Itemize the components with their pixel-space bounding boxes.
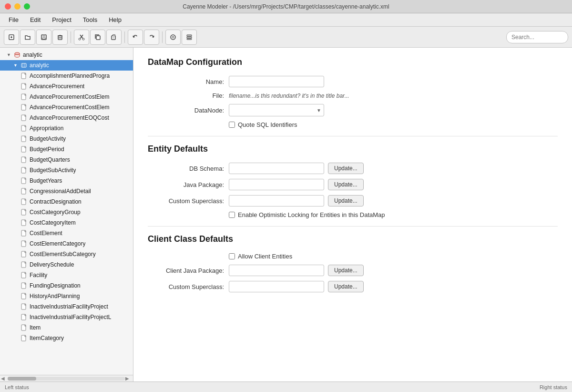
allow-client-checkbox[interactable] (229, 253, 235, 259)
minimize-button[interactable] (14, 3, 20, 10)
tree-node-root-analytic[interactable]: ▼ analytic (0, 50, 133, 60)
custom-superclass-input[interactable] (229, 195, 324, 206)
search-input[interactable] (506, 31, 568, 43)
file-label: File: (148, 92, 229, 99)
delete-button[interactable] (52, 30, 68, 45)
tree-node-entity[interactable]: CostCategoryItem (0, 217, 133, 228)
tree-node-entity[interactable]: AdvanceProcurement (0, 81, 133, 92)
maximize-button[interactable] (24, 3, 30, 10)
client-java-package-row: Client Java Package: Update... (148, 265, 558, 276)
quote-sql-row: Quote SQL Identifiers (229, 121, 558, 128)
tree-node-entity[interactable]: BudgetSubActivity (0, 165, 133, 175)
svg-rect-15 (96, 36, 100, 40)
enable-optimistic-row: Enable Optimistic Locking for Entities i… (229, 211, 558, 218)
entity-file-icon (20, 93, 28, 101)
custom-superclass-update-button[interactable]: Update... (328, 195, 364, 206)
scroll-thumb[interactable] (8, 377, 36, 381)
scroll-track (8, 377, 125, 381)
tree-node-entity[interactable]: BudgetQuarters (0, 155, 133, 165)
entity-file-icon (20, 208, 28, 216)
window-title: Cayenne Modeler - /Users/mrg/Projects/CM… (183, 3, 389, 10)
tree-node-entity[interactable]: CostElementCategory (0, 238, 133, 249)
scroll-left-arrow[interactable]: ◀ (1, 376, 8, 381)
menu-help[interactable]: Help (104, 15, 126, 25)
sync-button[interactable] (165, 30, 181, 45)
entity-label: CostElementCategory (30, 240, 85, 247)
entity-label: ContractDesignation (30, 198, 82, 205)
undo-button[interactable] (128, 30, 143, 45)
close-button[interactable] (5, 3, 11, 10)
client-custom-superclass-update-button[interactable]: Update... (328, 281, 364, 292)
db-schema-update-button[interactable]: Update... (328, 163, 364, 174)
db-icon (13, 51, 21, 59)
enable-optimistic-checkbox[interactable] (229, 212, 235, 218)
svg-rect-27 (21, 63, 26, 67)
status-right: Right status (540, 384, 567, 390)
layout-button[interactable] (182, 30, 197, 45)
tree-node-entity[interactable]: Appropriation (0, 123, 133, 134)
window-controls[interactable] (5, 3, 30, 10)
tree-node-entity[interactable]: CostCategoryGroup (0, 207, 133, 217)
svg-point-21 (172, 36, 174, 38)
tree-node-entity[interactable]: InactiveIndustrialFacilityProject (0, 301, 133, 312)
client-custom-superclass-label: Custom Superclass: (148, 283, 229, 290)
name-label: Name: (148, 78, 229, 85)
open-button[interactable] (20, 30, 35, 45)
scroll-right-arrow[interactable]: ▶ (125, 376, 132, 381)
entity-file-icon (20, 292, 28, 300)
tree-node-entity[interactable]: Item (0, 322, 133, 333)
entity-label: AccomplishmentPlannedProgra (30, 72, 110, 79)
java-package-input[interactable] (229, 179, 324, 190)
tree-label-root: analytic (23, 52, 42, 58)
tree-node-entity[interactable]: AdvanceProcurementCostElem (0, 92, 133, 102)
tree-node-entity[interactable]: FundingDesignation (0, 280, 133, 291)
tree-node-entity[interactable]: AdvanceProcurementCostElem (0, 102, 133, 113)
entity-label: CostCategoryItem (30, 219, 76, 226)
sidebar-hscroll: ◀ ▶ (0, 375, 133, 382)
tree-node-child-analytic[interactable]: ▼ analytic (0, 60, 133, 71)
name-input[interactable] (229, 76, 324, 87)
entity-label: ItemCategory (30, 335, 64, 341)
db-schema-input[interactable] (229, 163, 324, 174)
client-java-package-label: Client Java Package: (148, 267, 229, 274)
allow-client-row: Allow Client Entities (229, 253, 558, 260)
tree-node-entity[interactable]: ContractDesignation (0, 196, 133, 207)
new-button[interactable] (4, 30, 19, 45)
tree-node-entity[interactable]: AccomplishmentPlannedProgra (0, 71, 133, 81)
save-button[interactable] (36, 30, 51, 45)
entity-file-icon (20, 166, 28, 174)
status-bar: Left status Right status (0, 382, 572, 392)
svg-rect-16 (112, 36, 115, 40)
tree-node-entity[interactable]: DeliverySchedule (0, 259, 133, 270)
paste-button[interactable] (106, 30, 122, 45)
cut-button[interactable] (74, 30, 89, 45)
client-custom-superclass-input[interactable] (229, 281, 324, 292)
quote-sql-checkbox[interactable] (229, 122, 235, 128)
tree-node-entity[interactable]: HistoryAndPlanning (0, 291, 133, 301)
entity-file-icon (20, 271, 28, 279)
tree-node-entity[interactable]: AdvanceProcurementEOQCost (0, 113, 133, 123)
entity-file-icon (20, 261, 28, 268)
tree-node-entity[interactable]: CongressionalAddDetail (0, 186, 133, 196)
client-java-package-input[interactable] (229, 265, 324, 276)
menu-file[interactable]: File (4, 15, 23, 25)
entity-defaults-section: Entity Defaults DB Schema: Update... Jav… (148, 144, 558, 218)
tree-node-entity[interactable]: BudgetActivity (0, 134, 133, 144)
custom-superclass-label: Custom Superclass: (148, 197, 229, 205)
tree-node-entity[interactable]: BudgetPeriod (0, 144, 133, 155)
tree-node-entity[interactable]: CostElementSubCategory (0, 249, 133, 259)
tree-node-entity[interactable]: ItemCategory (0, 333, 133, 343)
tree-node-entity[interactable]: Facility (0, 270, 133, 280)
java-package-update-button[interactable]: Update... (328, 179, 364, 190)
tree-node-entity[interactable]: InactiveIndustrialFacilityProjectL (0, 312, 133, 322)
tree-node-entity[interactable]: BudgetYears (0, 175, 133, 186)
client-java-package-update-button[interactable]: Update... (328, 265, 364, 276)
datanode-select[interactable] (229, 104, 324, 116)
menu-project[interactable]: Project (47, 15, 76, 25)
tree-node-entity[interactable]: CostElement (0, 228, 133, 238)
quote-sql-label: Quote SQL Identifiers (238, 121, 297, 128)
menu-tools[interactable]: Tools (78, 15, 102, 25)
copy-button[interactable] (90, 30, 105, 45)
redo-button[interactable] (144, 30, 159, 45)
menu-edit[interactable]: Edit (25, 15, 45, 25)
